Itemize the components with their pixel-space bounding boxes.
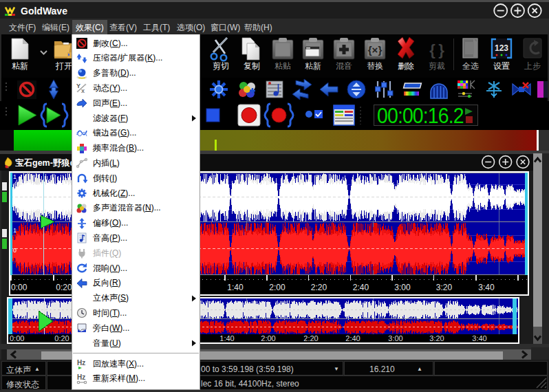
svg-text:Hz: Hz [77,373,85,381]
svg-text:Y: Y [76,83,80,89]
svg-text:{ }: { } [429,41,444,58]
svg-text:123: 123 [495,43,508,53]
svg-text:Hz: Hz [77,359,85,367]
svg-text:{×}: {×} [368,44,383,56]
